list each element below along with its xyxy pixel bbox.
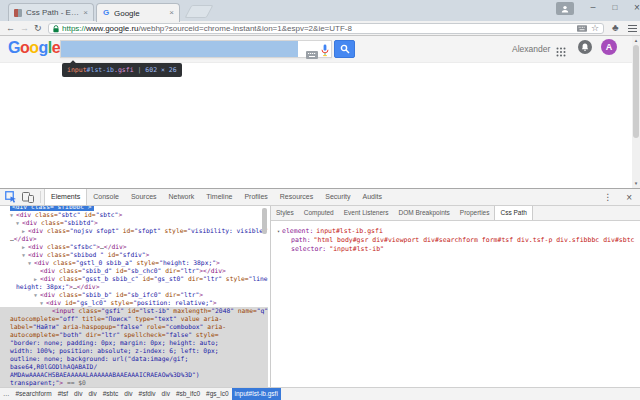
- tab-close-icon[interactable]: ×: [169, 9, 174, 17]
- forward-icon[interactable]: →: [20, 22, 29, 34]
- address-bar[interactable]: https://www.google.ru/webhp?sourceid=chr…: [48, 23, 604, 34]
- scroll-up-icon[interactable]: ▴: [632, 37, 640, 43]
- omnibox-input-tools-icon[interactable]: [577, 25, 587, 32]
- dom-tree-line[interactable]: ▼<div class="sbibod " id="sfdiv">: [0, 251, 268, 259]
- tab-close-icon[interactable]: ×: [83, 9, 88, 17]
- sb-tab-dom-breakpoints[interactable]: DOM Breakpoints: [394, 206, 455, 220]
- sb-tab-styles[interactable]: Styles: [271, 206, 299, 220]
- extension-icon[interactable]: ♣: [612, 22, 619, 34]
- minimize-button[interactable]: –: [583, 0, 603, 15]
- dom-tree-line[interactable]: "border: none; padding: 0px; margin: 0px…: [0, 339, 268, 347]
- dom-tree-line[interactable]: ▼<div class="sbtc" id="sbtc">: [0, 211, 268, 219]
- breadcrumb-item[interactable]: #gs_lc0: [203, 388, 231, 400]
- menu-icon[interactable]: [628, 25, 637, 32]
- browser-tab-csspath[interactable]: Css Path - Edit Item ×: [8, 3, 94, 21]
- sb-tab-computed[interactable]: Computed: [299, 206, 339, 220]
- sb-tab-event-listeners[interactable]: Event Listeners: [339, 206, 394, 220]
- dom-tree-line[interactable]: ▶<div class="sfsbc">…</div>: [0, 243, 268, 251]
- code-token: <div: [28, 251, 43, 258]
- dom-tree-scrollbar-thumb[interactable]: [262, 208, 267, 234]
- breadcrumb-item[interactable]: input#lst-ib.gsfi: [232, 388, 281, 400]
- device-toolbar-icon[interactable]: [22, 192, 34, 203]
- keyboard-icon[interactable]: [306, 45, 318, 63]
- code-token: <div: [16, 211, 31, 218]
- breadcrumb-item[interactable]: div: [85, 388, 99, 400]
- breadcrumb-item[interactable]: #sbtc: [100, 388, 122, 400]
- code-token: class=: [31, 211, 58, 218]
- page-scrollbar-thumb[interactable]: [633, 45, 639, 138]
- dom-tree-line[interactable]: label="Найти" aria-haspopup="false" role…: [0, 323, 268, 331]
- dt-tab-timeline[interactable]: Timeline: [200, 189, 238, 205]
- dt-tab-console[interactable]: Console: [87, 189, 125, 205]
- dom-tree-line[interactable]: ▶<div class="gsst_b sbib_c" id="gs_st0" …: [0, 275, 268, 283]
- dom-tree-line[interactable]: base64,R0lGODlhAQABAID/: [0, 363, 268, 371]
- sb-tab-properties[interactable]: Properties: [455, 206, 495, 220]
- dom-tree-line[interactable]: ▼<div class="sbibtd">: [0, 219, 268, 227]
- dom-tree-line[interactable]: AMDAwAAAACH5BAEAAAAALAAAAAABAAEAAAICRAEA…: [0, 371, 268, 379]
- disclosure-arrow-icon[interactable]: ▼: [40, 299, 43, 307]
- dom-tree-line[interactable]: ▶<div class="nojsv sfopt" id="sfopt" sty…: [0, 227, 268, 235]
- scroll-down-icon[interactable]: ▾: [632, 180, 640, 186]
- dt-tab-network[interactable]: Network: [163, 189, 201, 205]
- window-close-button[interactable]: ×: [627, 0, 640, 15]
- code-token: </div>: [104, 243, 127, 250]
- back-icon[interactable]: ←: [6, 22, 15, 34]
- search-button[interactable]: [334, 40, 355, 58]
- dom-tree-line[interactable]: autocomplete="off" title="Поиск" type="t…: [0, 315, 268, 323]
- disclosure-arrow-icon[interactable]: ▶: [22, 243, 25, 251]
- disclosure-arrow-icon[interactable]: ▶: [34, 275, 37, 283]
- disclosure-arrow-icon[interactable]: ▶: [22, 227, 25, 235]
- devtools-close-icon[interactable]: ×: [618, 192, 640, 203]
- breadcrumb-item[interactable]: div: [159, 388, 173, 400]
- dt-tab-elements[interactable]: Elements: [44, 189, 87, 205]
- breadcrumb-item[interactable]: #sb_ifc0: [173, 388, 203, 400]
- disclosure-arrow-icon[interactable]: ▾: [277, 228, 280, 234]
- breadcrumb-item[interactable]: #tsf: [55, 388, 71, 400]
- dom-tree-line[interactable]: transparent;"> == $0: [0, 379, 268, 387]
- sb-tab-css-path[interactable]: Css Path: [494, 206, 532, 220]
- kebab-menu-icon[interactable]: ⋮: [597, 192, 618, 202]
- breadcrumb-item[interactable]: #searchform: [13, 388, 55, 400]
- disclosure-arrow-icon[interactable]: ▼: [34, 291, 37, 299]
- breadcrumb-item[interactable]: #sfdiv: [136, 388, 159, 400]
- dom-tree-line[interactable]: width: 100%; position: absolute; z-index…: [0, 347, 268, 355]
- dom-tree-line[interactable]: autocomplete="both" dir="ltr" spellcheck…: [0, 331, 268, 339]
- dom-tree-line[interactable]: outline: none; background: url("data:ima…: [0, 355, 268, 363]
- inspect-element-icon[interactable]: [5, 191, 17, 203]
- microphone-icon[interactable]: [321, 43, 329, 61]
- breadcrumb-item[interactable]: …: [0, 388, 13, 400]
- apps-grid-icon[interactable]: [556, 43, 566, 61]
- breadcrumb-item[interactable]: div: [71, 388, 85, 400]
- dt-tab-audits[interactable]: Audits: [357, 189, 388, 205]
- breadcrumb-item[interactable]: div: [121, 388, 135, 400]
- profile-button[interactable]: [556, 2, 574, 15]
- dom-tree-line[interactable]: …</div>: [0, 235, 268, 243]
- dt-tab-sources[interactable]: Sources: [125, 189, 163, 205]
- dom-tree-line[interactable]: height: 38px;">…</div>: [0, 283, 268, 291]
- dom-tree-line[interactable]: ▼<div id="gs_lc0" style="position: relat…: [0, 299, 268, 307]
- dom-tree-line[interactable]: <div class="sbib_d" id="sb_chc0" dir="lt…: [0, 267, 268, 275]
- new-tab-button[interactable]: [185, 5, 214, 18]
- account-name[interactable]: Alexander: [512, 44, 550, 54]
- avatar[interactable]: A: [601, 39, 617, 55]
- dt-tab-resources[interactable]: Resources: [274, 189, 319, 205]
- csspath-element-row[interactable]: ▾element:input#lst-ib.gsfi: [277, 227, 636, 236]
- disclosure-arrow-icon[interactable]: ▼: [16, 219, 19, 227]
- dom-tree-line[interactable]: <input class="gsfi" id="lst-ib" maxlengt…: [0, 307, 268, 315]
- disclosure-arrow-icon[interactable]: ▼: [10, 211, 13, 219]
- disclosure-arrow-icon[interactable]: ▼: [4, 206, 7, 211]
- dt-tab-security[interactable]: Security: [319, 189, 356, 205]
- browser-tab-google[interactable]: G Google ×: [96, 3, 180, 22]
- disclosure-arrow-icon[interactable]: ▼: [22, 251, 25, 259]
- devtools-toolbar: ElementsConsoleSourcesNetworkTimelinePro…: [0, 189, 640, 206]
- reload-icon[interactable]: ↻: [34, 22, 42, 34]
- dom-tree-line[interactable]: ▼<div class="sbib_b" id="sb_ifc0" dir="l…: [0, 291, 268, 299]
- notifications-button[interactable]: [578, 40, 592, 54]
- bookmark-star-icon[interactable]: ☆: [591, 24, 599, 33]
- dom-tree-line[interactable]: ▼<div class="gstl_0 sbib_a" style="heigh…: [0, 259, 268, 267]
- dt-tab-profiles[interactable]: Profiles: [238, 189, 273, 205]
- code-token: "text": [154, 315, 177, 322]
- disclosure-arrow-icon[interactable]: ▼: [28, 259, 31, 267]
- css-path-panel: ▾element:input#lst-ib.gsfi path:"html bo…: [271, 221, 640, 254]
- maximize-button[interactable]: □: [605, 0, 625, 15]
